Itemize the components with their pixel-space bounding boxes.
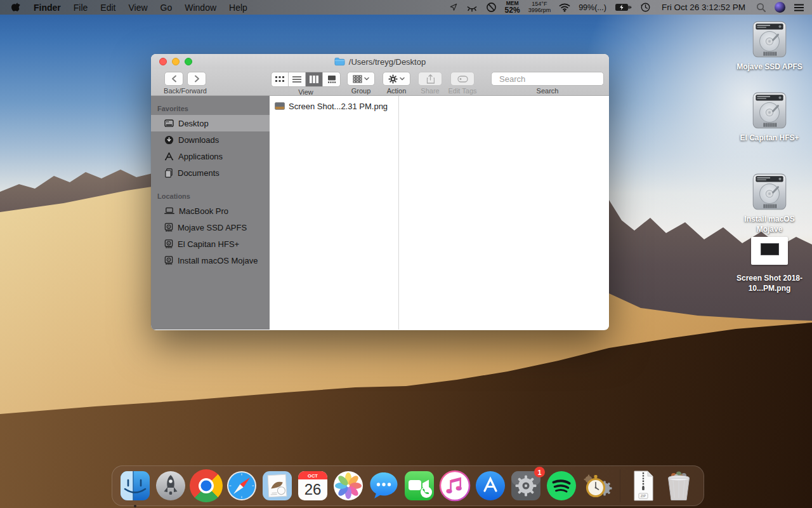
temp-fan-status[interactable]: 154°F 3996rpm (528, 1, 551, 13)
sidebar-item-mojave-ssd[interactable]: Mojave SSD APFS (151, 219, 270, 236)
dock-chrome[interactable] (190, 469, 223, 502)
dock-spotify[interactable] (545, 469, 578, 502)
search-group: Search (491, 72, 604, 95)
icon-view-button[interactable] (272, 72, 289, 86)
sidebar-item-documents[interactable]: Documents (151, 164, 270, 181)
menu-go[interactable]: Go (154, 0, 179, 15)
app-store-icon (474, 469, 507, 502)
dock-system-preferences[interactable]: 1 (509, 469, 542, 502)
safari-icon (225, 469, 258, 502)
sidebar-item-desktop[interactable]: Desktop (151, 115, 270, 131)
battery-charging-icon[interactable] (615, 0, 632, 15)
menu-help[interactable]: Help (223, 0, 254, 15)
desktop-icon-install-mojave[interactable]: Install macOS Mojave (732, 171, 807, 234)
group-button[interactable] (347, 72, 375, 86)
dock-finder[interactable] (119, 469, 152, 502)
edit-tags-group: Edit Tags (447, 72, 478, 95)
sidebar-item-macbook-pro[interactable]: MacBook Pro (151, 203, 270, 219)
dock-trash[interactable] (662, 469, 695, 502)
share-label: Share (421, 87, 439, 95)
close-button[interactable] (159, 58, 167, 65)
share-icon (426, 74, 435, 84)
dock-facetime[interactable] (403, 469, 436, 502)
sidebar-item-el-capitan[interactable]: El Capitan HFS+ (151, 236, 270, 252)
forward-button[interactable] (187, 72, 206, 86)
dock-photos[interactable] (332, 469, 365, 502)
internal-drive-icon (164, 223, 173, 232)
sidebar-item-applications[interactable]: Applications (151, 148, 270, 164)
desktop-icon-label: Install macOS Mojave (737, 215, 802, 234)
calendar-icon: OCT 26 (296, 469, 329, 502)
time-machine-icon[interactable] (640, 0, 651, 15)
desktop-icon-el-capitan[interactable]: El Capitan HFS+ (732, 90, 807, 144)
dock-stopwatch-utility[interactable] (580, 469, 613, 502)
facetime-icon (403, 469, 436, 502)
finder-icon (119, 469, 152, 502)
battery-percent[interactable]: 99%(...) (579, 3, 606, 12)
siri-icon[interactable] (775, 2, 785, 13)
dock-itunes[interactable] (438, 469, 471, 502)
desktop-icon-label: El Capitan HFS+ (740, 133, 799, 144)
action-button[interactable] (383, 72, 410, 86)
search-field[interactable] (491, 72, 604, 86)
sidebar-item-install-mojave[interactable]: Install macOS Mojave (151, 252, 270, 269)
image-file-thumbnail-icon (275, 102, 285, 110)
search-input[interactable] (498, 74, 609, 84)
fan-value: 3996rpm (528, 8, 551, 13)
zoom-button[interactable] (185, 58, 192, 65)
menu-view[interactable]: View (122, 0, 154, 15)
window-title-area: /Users/treyg/Desktop (151, 54, 609, 69)
messages-icon (367, 469, 400, 502)
haze-eye-icon[interactable] (466, 0, 478, 15)
sidebar-item-label: Downloads (178, 135, 219, 145)
wifi-icon[interactable] (559, 0, 570, 15)
menu-edit[interactable]: Edit (94, 0, 122, 15)
menu-file[interactable]: File (67, 0, 95, 15)
folder-icon (334, 57, 345, 66)
turbo-boost-slash-icon[interactable] (486, 0, 497, 15)
group-label: Group (351, 87, 371, 95)
dock-launchpad[interactable] (154, 469, 187, 502)
hard-drive-icon (749, 171, 790, 213)
dock-mail[interactable] (261, 469, 294, 502)
window-title: /Users/treyg/Desktop (349, 57, 426, 67)
laptop-icon (164, 207, 174, 215)
search-label: Search (537, 87, 559, 95)
dock-app-store[interactable] (474, 469, 507, 502)
gallery-view-button[interactable] (323, 72, 340, 86)
running-indicator (134, 505, 136, 507)
back-forward-label: Back/Forward (164, 87, 207, 95)
dock-safari[interactable] (225, 469, 258, 502)
sidebar-item-downloads[interactable]: Downloads (151, 131, 270, 148)
share-button[interactable] (418, 72, 442, 86)
title-bar[interactable]: /Users/treyg/Desktop (151, 54, 609, 69)
hard-drive-icon (749, 19, 790, 61)
memory-status[interactable]: MEM 52% (505, 1, 520, 14)
column-1: Screen Shot...2.31 PM.png (270, 96, 399, 330)
apple-menu[interactable] (5, 0, 27, 15)
menu-window[interactable]: Window (178, 0, 223, 15)
edit-tags-button[interactable] (450, 72, 475, 86)
dock-separator (620, 469, 620, 502)
sidebar: Favorites Desktop Downloads Applications… (151, 96, 270, 330)
desktop-icon-screenshot[interactable]: Screen Shot 2018-10...PM.png (732, 237, 807, 293)
desktop-icon-mojave-ssd[interactable]: Mojave SSD APFS (732, 19, 807, 72)
notification-center-icon[interactable] (794, 0, 804, 15)
spotlight-icon[interactable] (756, 0, 766, 15)
mail-icon (261, 469, 294, 502)
photos-icon (332, 469, 365, 502)
file-row[interactable]: Screen Shot...2.31 PM.png (270, 98, 398, 114)
dock-calendar[interactable]: OCT 26 (296, 469, 329, 502)
menu-finder[interactable]: Finder (27, 0, 67, 15)
menu-bar-status: MEM 52% 154°F 3996rpm 99%(...) Fri Oct 2… (449, 0, 807, 15)
menu-bar-clock[interactable]: Fri Oct 26 3:12:52 PM (659, 3, 748, 12)
dock-zip-file[interactable]: ZIP (627, 469, 660, 502)
chrome-icon (190, 469, 223, 502)
minimize-button[interactable] (172, 58, 180, 65)
location-arrow-icon[interactable] (449, 0, 458, 15)
back-button[interactable] (164, 72, 183, 86)
column-view-button[interactable] (306, 72, 323, 86)
view-segmented-control (271, 72, 341, 87)
dock-messages[interactable] (367, 469, 400, 502)
list-view-button[interactable] (289, 72, 306, 86)
